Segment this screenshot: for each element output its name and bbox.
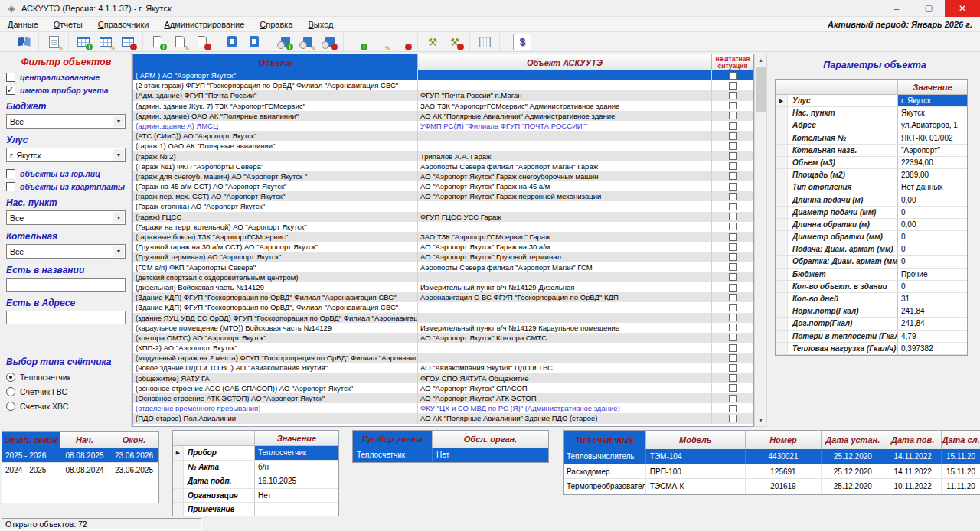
meter-row[interactable]: ТепловычислительТЭМ-104443002125.12.2020…: [564, 449, 980, 464]
table-row[interactable]: (Гаражи на терр. котельной) АО "Аэропорт…: [133, 222, 753, 232]
column-header-start[interactable]: Нач.: [60, 432, 109, 448]
checkbox-has-meter[interactable]: имеют прибор учета: [6, 86, 126, 95]
emergency-checkbox[interactable]: [729, 273, 737, 281]
meter-edit-icon[interactable]: ✎: [371, 34, 390, 50]
emergency-checkbox[interactable]: [729, 213, 737, 220]
emergency-checkbox[interactable]: [729, 243, 737, 251]
table-row[interactable]: (гараж пер. мех. ССТ) АО "Аэропорт Якутс…: [133, 191, 753, 201]
scroll-up-icon[interactable]: ▲: [755, 54, 766, 66]
chevron-down-icon[interactable]: ▼: [113, 212, 124, 223]
chevron-down-icon[interactable]: ▼: [113, 149, 124, 161]
emergency-checkbox[interactable]: [729, 72, 737, 80]
menu-item-Выход[interactable]: Выход: [301, 18, 341, 31]
checkbox-kvart-objects-box[interactable]: [6, 182, 15, 191]
emergency-checkbox[interactable]: [729, 304, 737, 311]
column-header-next-date[interactable]: Дата сл.: [942, 431, 980, 449]
param-row[interactable]: Адресул.Авиаторов, 1: [776, 119, 967, 132]
boiler-select[interactable]: Все ▼: [6, 244, 126, 259]
table-row[interactable]: (Гараж стоянка) АО "Аэропорт Якутск": [133, 201, 753, 211]
act-row[interactable]: Дата подп.16.10.2025: [173, 474, 338, 489]
radio-hvs-meter-dot[interactable]: [6, 402, 15, 411]
param-row[interactable]: Тип отопленияНет данных: [776, 181, 967, 194]
emergency-checkbox[interactable]: [729, 294, 737, 301]
column-header-service-org[interactable]: Обсл. орган.: [433, 431, 548, 448]
object-add-icon[interactable]: +: [149, 34, 167, 50]
emergency-checkbox[interactable]: [729, 122, 737, 130]
emergency-checkbox[interactable]: [729, 142, 737, 150]
param-row[interactable]: Диаметр подачи (мм)0: [776, 207, 967, 219]
table-row[interactable]: (Основное строение АТК ЭСТОП) АО "Аэропо…: [133, 393, 753, 403]
checkbox-centralized-box[interactable]: [6, 73, 15, 82]
emergency-checkbox[interactable]: [729, 253, 737, 261]
column-header-device[interactable]: Прибор учета: [353, 431, 433, 448]
act-row[interactable]: ▶ПриборТеплосчетчик: [173, 446, 338, 461]
column-header-season[interactable]: Отоп. сезон: [2, 432, 60, 448]
checkbox-kvart-objects[interactable]: объекты из квартплаты: [6, 182, 126, 191]
table-row[interactable]: (новое здание ПДО и ТО ВС) АО "Авиакомпа…: [133, 363, 753, 373]
menu-item-Отчеты[interactable]: Отчеты: [46, 18, 90, 31]
minimize-icon[interactable]: –: [880, 0, 913, 17]
emergency-checkbox[interactable]: [729, 92, 737, 99]
menu-item-Администрирование[interactable]: Администрирование: [156, 18, 252, 31]
scrollbar-thumb[interactable]: [756, 67, 766, 112]
emergency-checkbox[interactable]: [729, 112, 737, 119]
chevron-down-icon[interactable]: ▼: [113, 246, 124, 257]
node-edit-icon[interactable]: ✎: [297, 34, 315, 50]
emergency-checkbox[interactable]: [729, 172, 737, 180]
emergency-checkbox[interactable]: [729, 415, 737, 422]
menu-item-Справочники[interactable]: Справочники: [90, 18, 157, 31]
param-row[interactable]: Котельная №ЯКТ-КК 01/002: [776, 132, 967, 145]
emergency-checkbox[interactable]: [729, 284, 737, 292]
param-row[interactable]: Площадь (м2)2389,00: [776, 169, 967, 181]
param-row[interactable]: БюджетПрочие: [776, 269, 967, 281]
table-row[interactable]: (гараж № 2)Трипалов А.А. Гараж: [133, 151, 753, 161]
column-header-model[interactable]: Модель: [646, 431, 746, 449]
table-edit-icon[interactable]: ✎: [96, 34, 115, 50]
table-row[interactable]: (караульное помещение (МТО)) Войсковая ч…: [133, 323, 753, 333]
emergency-checkbox[interactable]: [729, 162, 737, 170]
table-row[interactable]: (ГСМ а/п) ФКП "Аэропорты Севера"Аэропорт…: [133, 262, 753, 272]
chevron-down-icon[interactable]: ▼: [113, 116, 124, 127]
param-row[interactable]: Потери в теплосети (Гкал)4,79: [776, 331, 967, 343]
device-row[interactable]: ТеплосчетчикНет: [353, 448, 548, 462]
param-row[interactable]: Кол-во дней31: [776, 293, 967, 305]
vertical-scrollbar[interactable]: ▲ ▼: [754, 54, 767, 427]
emergency-checkbox[interactable]: [729, 364, 737, 372]
column-header-object[interactable]: Объект: [133, 54, 418, 70]
emergency-checkbox[interactable]: [729, 102, 737, 109]
param-row[interactable]: Объем (м3)22394,00: [776, 157, 967, 169]
table-row[interactable]: ( АРМ ) АО "Аэропорт Якутск": [133, 70, 753, 80]
column-header-askuute[interactable]: Объект АСКУУТЭ: [418, 54, 712, 70]
report-edit-icon[interactable]: ✎: [44, 34, 63, 50]
param-row[interactable]: Норм.потр(Гкал)241,84: [776, 305, 967, 318]
emergency-checkbox[interactable]: [729, 344, 737, 352]
param-row[interactable]: Тепловая нагрузка (Гкал/ч)0,397382: [776, 343, 967, 355]
param-row[interactable]: ▶Улусг. Якутск: [776, 95, 967, 107]
emergency-checkbox[interactable]: [729, 354, 737, 362]
object-remove-icon[interactable]: −: [193, 34, 211, 50]
table-row[interactable]: (2 этаж гараж) ФГУП "Госкорпорация по Ор…: [133, 80, 753, 90]
param-row[interactable]: Обратка: Диам. армат (мм)0: [776, 256, 967, 268]
emergency-checkbox[interactable]: [729, 203, 737, 210]
menu-item-Справка[interactable]: Справка: [252, 18, 300, 31]
table-remove-icon[interactable]: −: [119, 34, 137, 50]
act-row[interactable]: № Актаб/н: [173, 461, 338, 475]
table-row[interactable]: (Здание КДП) ФГУП "Госкорпорация по ОрВД…: [133, 302, 753, 312]
column-header-meter-type[interactable]: Тип счетчика: [564, 431, 646, 449]
table-row[interactable]: (КПП-2) АО "Аэропорт Якутск": [133, 343, 753, 353]
emergency-checkbox[interactable]: [729, 132, 737, 140]
radio-gvs-meter-dot[interactable]: [6, 387, 15, 396]
emergency-checkbox[interactable]: [729, 324, 737, 331]
param-row[interactable]: Подача: Диам. армат (мм)0: [776, 243, 967, 256]
settlement-select[interactable]: Все ▼: [6, 210, 126, 225]
menu-item-Данные[interactable]: Данные: [0, 18, 46, 31]
table-add-icon[interactable]: +: [74, 34, 93, 50]
emergency-checkbox[interactable]: [729, 183, 737, 191]
radio-heat-meter[interactable]: Теплосчетчик: [6, 373, 126, 382]
param-row[interactable]: Диаметр обратки (мм)0: [776, 231, 967, 243]
table-row[interactable]: (основное строение АСС (САБ СПАСОП)) АО …: [133, 383, 753, 393]
table-row[interactable]: (ПДО старое) Пол.АвиалинииАО АК "Полярны…: [133, 413, 753, 423]
scroll-down-icon[interactable]: ▼: [755, 415, 766, 426]
emergency-checkbox[interactable]: [729, 334, 737, 341]
emergency-checkbox[interactable]: [729, 405, 737, 412]
